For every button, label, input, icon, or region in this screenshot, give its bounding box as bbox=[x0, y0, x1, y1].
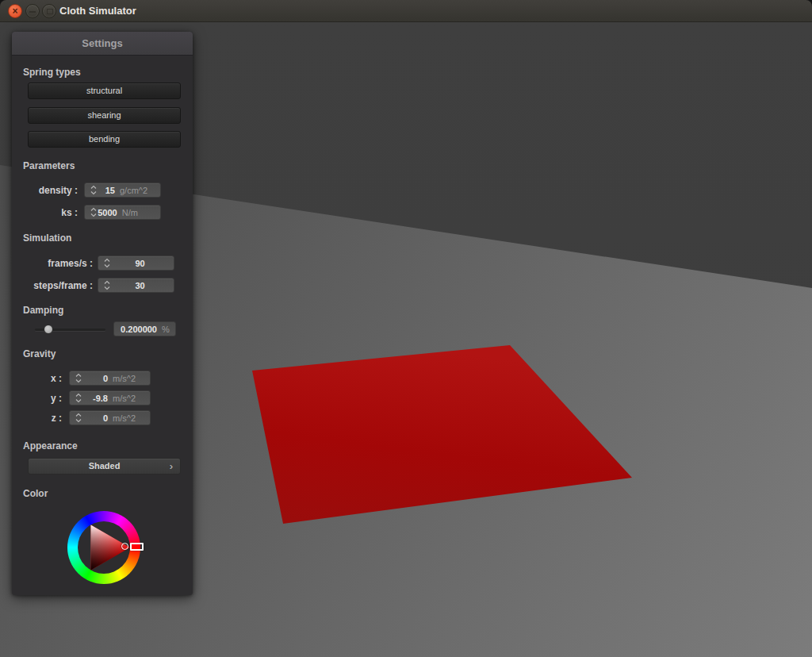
gravity-x-value: 0 bbox=[83, 374, 108, 383]
gravity-x-unit: m/s^2 bbox=[108, 374, 144, 383]
spinner-arrows-icon[interactable] bbox=[89, 207, 98, 217]
sv-marker[interactable] bbox=[121, 543, 128, 550]
section-parameters: Parameters bbox=[23, 160, 75, 171]
gravity-z-value: 0 bbox=[83, 413, 108, 423]
close-button[interactable]: × bbox=[8, 4, 22, 18]
shearing-button[interactable]: shearing bbox=[28, 107, 181, 124]
gravity-y-label: y : bbox=[51, 393, 62, 404]
appearance-dropdown[interactable]: Shaded › bbox=[28, 458, 181, 474]
density-row: density : 15 g/cm^2 bbox=[12, 182, 193, 198]
damping-row: 0.200000 % bbox=[12, 321, 193, 336]
chevron-right-icon: › bbox=[170, 459, 173, 474]
fps-label: frames/s : bbox=[48, 258, 93, 269]
spinner-arrows-icon[interactable] bbox=[102, 280, 112, 290]
minimize-button[interactable] bbox=[25, 4, 40, 18]
spf-row: steps/frame : 30 bbox=[12, 278, 193, 293]
slider-knob[interactable] bbox=[44, 325, 53, 334]
close-icon: × bbox=[9, 5, 21, 17]
spinner-arrows-icon[interactable] bbox=[89, 185, 98, 195]
damping-value-field[interactable]: 0.200000 % bbox=[113, 321, 176, 336]
section-gravity: Gravity bbox=[23, 348, 56, 359]
gravity-z-input[interactable]: 0 m/s^2 bbox=[69, 410, 151, 425]
appearance-selected: Shaded bbox=[89, 461, 121, 471]
maximize-button[interactable] bbox=[42, 4, 56, 18]
title-bar[interactable]: × Cloth Simulator bbox=[0, 0, 812, 22]
color-wheel[interactable] bbox=[66, 509, 148, 592]
fps-input[interactable]: 90 bbox=[98, 256, 174, 271]
spinner-arrows-icon[interactable] bbox=[102, 258, 112, 268]
spf-value: 30 bbox=[112, 281, 168, 290]
spinner-arrows-icon[interactable] bbox=[74, 393, 83, 403]
section-appearance: Appearance bbox=[23, 440, 78, 451]
gravity-z-label: z : bbox=[52, 413, 62, 424]
gravity-y-value: -9.8 bbox=[83, 394, 108, 403]
gravity-x-label: x : bbox=[51, 373, 62, 384]
gravity-x-input[interactable]: 0 m/s^2 bbox=[69, 371, 151, 386]
section-spring-types: Spring types bbox=[23, 67, 81, 78]
structural-button[interactable]: structural bbox=[28, 83, 181, 99]
gravity-y-row: y : -9.8 m/s^2 bbox=[12, 390, 193, 405]
sv-triangle[interactable] bbox=[66, 509, 148, 592]
spf-input[interactable]: 30 bbox=[98, 278, 174, 293]
spinner-arrows-icon[interactable] bbox=[74, 373, 83, 383]
gravity-x-row: x : 0 m/s^2 bbox=[12, 371, 193, 386]
ks-row: ks : 5000 N/m bbox=[12, 205, 193, 220]
damping-value: 0.200000 bbox=[120, 325, 157, 334]
gravity-y-input[interactable]: -9.8 m/s^2 bbox=[69, 390, 151, 405]
spinner-arrows-icon[interactable] bbox=[74, 413, 83, 423]
app-window: × Cloth Simulator Settings Spring types … bbox=[0, 0, 812, 657]
hue-marker[interactable] bbox=[130, 543, 144, 551]
panel-title: Settings bbox=[12, 32, 193, 56]
window-title: Cloth Simulator bbox=[59, 0, 136, 22]
bending-button[interactable]: bending bbox=[28, 131, 181, 148]
density-value: 15 bbox=[98, 186, 115, 195]
section-color: Color bbox=[23, 488, 48, 499]
fps-value: 90 bbox=[112, 259, 168, 268]
spf-label: steps/frame : bbox=[33, 280, 93, 291]
section-damping: Damping bbox=[23, 305, 63, 316]
damping-slider[interactable] bbox=[35, 325, 105, 334]
section-simulation: Simulation bbox=[23, 232, 71, 244]
minimize-icon bbox=[29, 11, 36, 13]
gravity-z-row: z : 0 m/s^2 bbox=[12, 410, 193, 425]
gravity-y-unit: m/s^2 bbox=[108, 394, 144, 403]
damping-unit: % bbox=[157, 325, 170, 334]
maximize-icon bbox=[47, 9, 53, 14]
ks-value: 5000 bbox=[98, 208, 117, 217]
fps-row: frames/s : 90 bbox=[12, 256, 193, 271]
ks-label: ks : bbox=[61, 207, 78, 218]
ks-input[interactable]: 5000 N/m bbox=[84, 205, 161, 220]
gravity-z-unit: m/s^2 bbox=[108, 413, 144, 423]
settings-panel: Settings Spring types structural shearin… bbox=[12, 32, 193, 595]
density-input[interactable]: 15 g/cm^2 bbox=[84, 182, 161, 198]
density-label: density : bbox=[39, 185, 78, 196]
density-unit: g/cm^2 bbox=[115, 186, 155, 195]
ks-unit: N/m bbox=[117, 208, 155, 217]
